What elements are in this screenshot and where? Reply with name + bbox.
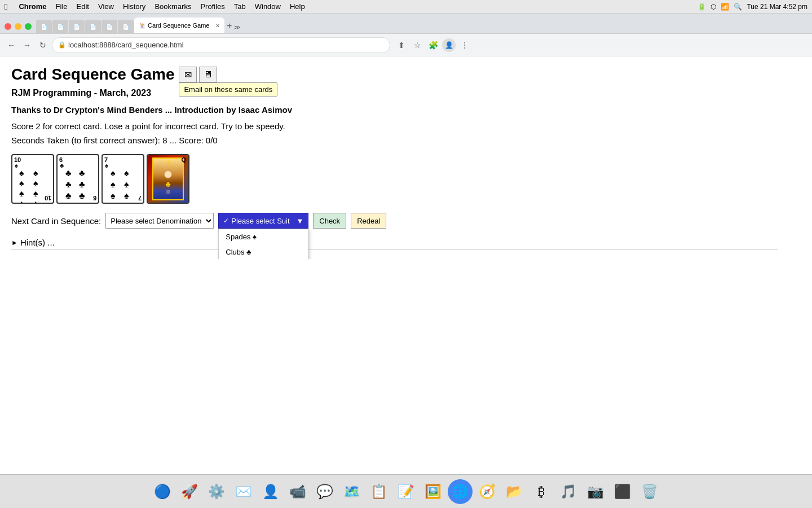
tab-close-btn[interactable]: ✕ [215,23,220,29]
menu-tab[interactable]: Tab [234,2,246,11]
menu-edit[interactable]: Edit [77,2,89,11]
card-1-suit-tl: ♠ [15,162,18,169]
tab-overflow-button[interactable]: ≫ [234,24,241,31]
page-content: Card Sequence Game ✉ 🖥 Email on these sa… [0,56,789,259]
checkmark-icon: ✓ [223,217,229,225]
suit-option-spades[interactable]: Spades ♠ [219,229,308,244]
card-2: 6 ♣ 6 ♣♣ ♣♣ ♣♣ [56,154,99,204]
tab-bar: 📄 📄 📄 📄 📄 📄 🃏 Card Sequence Game ✕ + ≫ [0,14,812,34]
url-text: localhost:8888/card_sequence.html [68,41,384,49]
hints-triangle-icon: ► [11,239,18,247]
suit-option-clubs[interactable]: Clubs ♣ [219,244,308,259]
tab-inactive-4[interactable]: 📄 [85,20,101,33]
bookmark-button[interactable]: ☆ [411,38,424,52]
email-envelope-icon: ✉ [184,69,192,80]
suit-dropdown-wrap: ✓ Please select Suit ▼ Spades ♠ Clubs ♣ … [218,213,308,229]
battery-icon: 🔋 [698,3,706,11]
menu-history[interactable]: History [123,2,145,11]
suit-menu: Spades ♠ Clubs ♣ Diamonds ♦ Hearts ♥ [218,229,308,259]
computer-icon-button[interactable]: 🖥 [199,67,217,82]
monitor-icon: 🖥 [204,69,213,80]
menu-window[interactable]: Window [255,2,281,11]
hints-label: Hint(s) ... [20,238,55,247]
menu-help[interactable]: Help [290,2,305,11]
tab-inactive-5[interactable]: 📄 [102,20,117,33]
close-window-button[interactable] [5,23,11,30]
menu-bar:  Chrome File Edit View History Bookmark… [0,0,812,14]
card-2-suit-tl: ♣ [60,162,64,169]
header-icons: ✉ 🖥 Email on these same cards [179,67,217,82]
profile-button[interactable]: 👤 [442,38,456,52]
menu-view[interactable]: View [98,2,114,11]
url-input[interactable]: 🔒 localhost:8888/card_sequence.html [52,37,390,53]
email-icon-button[interactable]: ✉ [179,67,197,82]
bluetooth-icon: ⬡ [710,3,716,11]
back-button[interactable]: ← [5,38,18,52]
tab-inactive-3[interactable]: 📄 [69,20,85,33]
forward-button[interactable]: → [20,38,34,52]
card-3-suit-tl: ♠ [105,162,108,169]
check-button[interactable]: Check [313,213,346,229]
wifi-icon: 📶 [721,3,729,11]
traffic-lights [5,23,32,30]
menu-bookmarks[interactable]: Bookmarks [155,2,191,11]
card-2-rank-br: 6 [93,195,96,202]
menubar-clock: Tue 21 Mar 4:52 pm [747,3,807,11]
controls-area: Next Card in Sequence: Please select Den… [11,213,778,229]
card-1-rank-br: 10 [45,195,51,202]
tab-inactive-6[interactable]: 📄 [118,20,134,33]
seconds-info: Seconds Taken (to first correct answer):… [11,135,778,145]
hints-section: ► Hint(s) ... [11,238,778,250]
attribution: Thanks to Dr Crypton's Mind Benders ... … [11,105,778,115]
card-3-rank-br: 7 [138,195,142,202]
maximize-window-button[interactable] [25,23,32,30]
lock-icon: 🔒 [58,41,66,49]
search-icon[interactable]: 🔍 [734,3,742,11]
cards-area: 10 ♠ 10 ♠♠ ♠♠ ♠♠ ♠♠ ♠ 6 ♣ 6 ♣♣ ♣♣ ♣♣ [11,154,778,204]
redeal-button[interactable]: Redeal [351,213,386,229]
page-title: Card Sequence Game [11,65,174,84]
page-header: Card Sequence Game ✉ 🖥 Email on these sa… [11,65,778,84]
minimize-window-button[interactable] [15,23,21,30]
menu-chrome[interactable]: Chrome [19,2,46,11]
suit-dropdown-label: Please select Suit [231,217,289,225]
subtitle: RJM Programming - March, 2023 [11,88,778,98]
menu-profiles[interactable]: Profiles [200,2,224,11]
tab-active[interactable]: 🃏 Card Sequence Game ✕ [134,17,224,33]
card-2-pips: ♣♣ ♣♣ ♣♣ [60,157,96,204]
card-3: 7 ♠ 7 ♠♠ ♠♠ ♠♠ ♠ [102,154,144,204]
card-4-rank-tr: Q [181,156,186,163]
new-tab-button[interactable]: + [227,21,232,31]
apple-menu[interactable]:  [5,2,7,11]
extensions-button[interactable]: 🧩 [426,38,440,52]
hints-toggle[interactable]: ► Hint(s) ... [11,238,778,250]
tab-inactive-2[interactable]: 📄 [52,20,68,33]
card-4: Q ♛ ♣ ||| [147,154,189,204]
next-card-label: Next Card in Sequence: [11,216,101,226]
url-bar: ← → ↻ 🔒 localhost:8888/card_sequence.htm… [0,34,812,56]
score-info: Score 2 for correct card. Lose a point f… [11,121,778,131]
menu-button[interactable]: ⋮ [458,38,471,52]
suit-dropdown-button[interactable]: ✓ Please select Suit ▼ [218,213,308,229]
email-tooltip: Email on these same cards [179,82,277,97]
share-button[interactable]: ⬆ [395,38,408,52]
card-3-pips: ♠♠ ♠♠ ♠♠ ♠ [105,157,141,204]
dropdown-arrow-icon: ▼ [296,217,303,225]
active-tab-title: Card Sequence Game [148,22,213,29]
denomination-select[interactable]: Please select Denomination 2 3 4 5 6 7 8… [105,213,214,229]
menu-file[interactable]: File [56,2,68,11]
reload-button[interactable]: ↻ [36,38,50,52]
card-1: 10 ♠ 10 ♠♠ ♠♠ ♠♠ ♠♠ ♠ [11,154,54,204]
tab-inactive-1[interactable]: 📄 [36,20,52,33]
